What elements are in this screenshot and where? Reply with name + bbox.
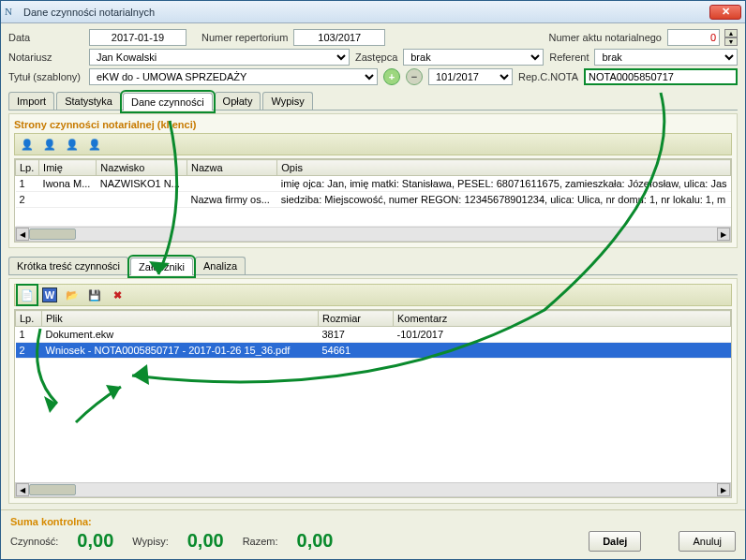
attach-scroll[interactable]: ◀ ▶	[15, 482, 731, 497]
clients-toolbar: 👤 👤 👤 👤	[14, 133, 732, 155]
person-icon-3[interactable]: 👤	[65, 137, 80, 152]
numakt-input[interactable]	[667, 29, 720, 46]
tab-zalaczniki[interactable]: Załączniki	[130, 258, 193, 275]
table-row[interactable]: 2Nazwa firmy os...siedziba: Miejscowość,…	[16, 192, 731, 208]
clients-title: Strony czynności notarialnej (klienci)	[14, 119, 732, 130]
col-att-lp[interactable]: Lp.	[16, 311, 42, 327]
scroll-right-icon[interactable]: ▶	[717, 483, 730, 496]
tab-dane-czynnosci[interactable]: Dane czynności	[123, 93, 213, 111]
table-row[interactable]: 1Dokument.ekw3817-101/2017	[16, 327, 731, 343]
table-row[interactable]: 2Wniosek - NOTA0005850717 - 2017-01-26 1…	[16, 343, 731, 359]
col-att-rozmiar[interactable]: Rozmiar	[319, 311, 394, 327]
anuluj-button[interactable]: Anuluj	[679, 531, 736, 552]
numakt-spin-up[interactable]: ▲	[724, 29, 738, 37]
attach-table: Lp. Plik Rozmiar Komentarz 1Dokument.ekw…	[15, 310, 731, 359]
label-notariusz: Notariusz	[8, 52, 83, 63]
person-icon-2[interactable]: 👤	[42, 137, 57, 152]
person-add-icon[interactable]: 👤	[20, 137, 35, 152]
clients-table: Lp. Imię Nazwisko Nazwa Opis 1Iwona M...…	[15, 159, 731, 227]
label-numrep: Numer repertorium	[201, 32, 288, 43]
tab-statystyka[interactable]: Statystyka	[56, 92, 121, 110]
numrep-input[interactable]	[293, 29, 385, 46]
czynnosc-value: 0,00	[77, 530, 113, 552]
col-nazwa[interactable]: Nazwa	[187, 160, 277, 176]
tab-oplaty[interactable]: Opłaty	[215, 92, 261, 110]
zastepca-select[interactable]: brak	[403, 49, 544, 66]
label-data: Data	[8, 32, 83, 43]
wypisy-label: Wypisy:	[132, 536, 168, 547]
razem-label: Razem:	[243, 536, 278, 547]
tabs-main: Import Statystyka Dane czynności Opłaty …	[8, 92, 738, 111]
col-nazwisko[interactable]: Nazwisko	[97, 160, 187, 176]
tab-import[interactable]: Import	[8, 92, 54, 110]
subtabs: Krótka treść czynności Załączniki Analiz…	[8, 257, 738, 275]
add-button[interactable]: +	[383, 68, 400, 85]
scroll-left-icon[interactable]: ◀	[16, 483, 29, 496]
delete-icon[interactable]: ✖	[110, 287, 125, 302]
czynnosc-label: Czynność:	[10, 536, 58, 547]
scroll-left-icon[interactable]: ◀	[16, 228, 29, 241]
attach-toolbar: 📄 W 📂 💾 ✖	[14, 284, 732, 306]
remove-button[interactable]: −	[406, 68, 423, 85]
label-referent: Referent	[549, 52, 589, 63]
tab-krotka-tresc[interactable]: Krótka treść czynności	[8, 257, 128, 274]
clients-scroll[interactable]: ◀ ▶	[15, 227, 731, 242]
referent-select[interactable]: brak	[594, 49, 738, 66]
close-button[interactable]: ✕	[709, 5, 741, 20]
dalej-button[interactable]: Dalej	[589, 531, 641, 552]
rep-input[interactable]	[584, 68, 738, 85]
scroll-thumb[interactable]	[29, 484, 76, 495]
label-tytul: Tytuł (szablony)	[8, 71, 83, 82]
col-opis[interactable]: Opis	[277, 160, 731, 176]
data-input[interactable]	[89, 29, 186, 46]
col-imie[interactable]: Imię	[39, 160, 97, 176]
save-icon[interactable]: 💾	[87, 287, 102, 302]
suma-label: Suma kontrolna:	[10, 516, 736, 527]
open-folder-icon[interactable]: 📂	[65, 287, 80, 302]
col-att-plik[interactable]: Plik	[42, 311, 319, 327]
razem-value: 0,00	[297, 530, 334, 552]
table-row[interactable]: 1Iwona M...NAZWISKO1 N...imię ojca: Jan,…	[16, 176, 731, 192]
wypisy-value: 0,00	[187, 530, 224, 552]
scroll-right-icon[interactable]: ▶	[717, 228, 730, 241]
person-icon-4[interactable]: 👤	[87, 137, 102, 152]
period-select[interactable]: 101/2017	[428, 68, 513, 85]
col-att-komentarz[interactable]: Komentarz	[394, 311, 731, 327]
window-title: Dane czynności notarialnych	[23, 7, 709, 18]
label-rep: Rep.C.NOTA	[518, 71, 578, 82]
notariusz-select[interactable]: Jan Kowalski	[89, 49, 350, 66]
tab-analiza[interactable]: Analiza	[195, 257, 246, 274]
numakt-spin-down[interactable]: ▼	[724, 37, 738, 46]
label-zastepca: Zastępca	[355, 52, 397, 63]
tab-wypisy[interactable]: Wypisy	[262, 92, 312, 110]
app-icon: N	[5, 6, 18, 19]
new-doc-icon[interactable]: 📄	[20, 287, 35, 302]
label-numakt: Numer aktu notarialnego	[549, 32, 662, 43]
tytul-select[interactable]: eKW do - UMOWA SPRZEDAŻY	[89, 68, 378, 85]
word-icon[interactable]: W	[42, 287, 57, 302]
scroll-thumb[interactable]	[29, 228, 76, 240]
col-lp[interactable]: Lp.	[16, 160, 39, 176]
